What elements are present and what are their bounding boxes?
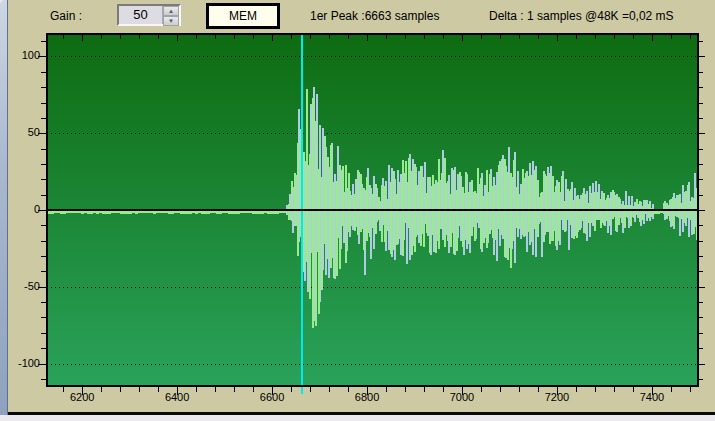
waveform-plot[interactable] <box>33 25 715 397</box>
first-peak-readout: 1er Peak :6663 samples <box>310 9 439 23</box>
delta-readout: Delta : 1 samples @48K =0,02 mS <box>489 9 674 23</box>
gain-label: Gain : <box>50 9 82 23</box>
app-window: Gain : 50 ▲ ▼ MEM 1er Peak :6663 samples… <box>0 0 715 421</box>
gain-spinner-buttons: ▲ ▼ <box>162 6 179 24</box>
spinner-up-icon[interactable]: ▲ <box>163 6 179 16</box>
gain-spinner[interactable]: 50 ▲ ▼ <box>117 4 181 26</box>
gain-value-field[interactable]: 50 <box>119 6 162 24</box>
window-bottom-edge <box>0 415 715 421</box>
